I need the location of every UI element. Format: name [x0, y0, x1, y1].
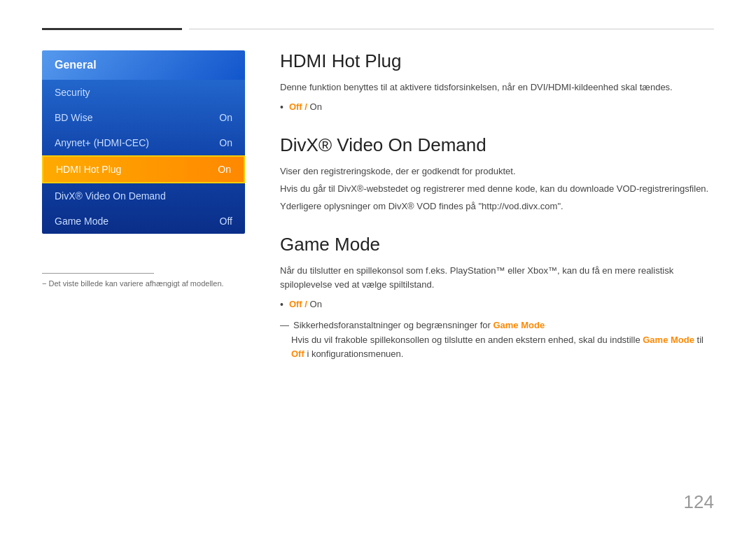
- divx-para-2: Hvis du går til DivX®-webstedet og regis…: [280, 182, 714, 197]
- game-slash: /: [302, 299, 310, 309]
- sidebar-menu: Security BD Wise On Anynet+ (HDMI-CEC) O…: [42, 80, 245, 234]
- game-note-1-text: Sikkerhedsforanstaltninger og begrænsnin…: [293, 318, 545, 332]
- game-off-on: Off / On: [289, 297, 322, 312]
- sidebar-item-anynet[interactable]: Anynet+ (HDMI-CEC) On: [42, 130, 245, 155]
- game-bullet-1: • Off / On: [280, 297, 714, 312]
- divx-para-1: Viser den registreringskode, der er godk…: [280, 164, 714, 179]
- game-off: Off: [289, 299, 302, 309]
- footnote-divider: [42, 273, 154, 274]
- sidebar-item-label: Anynet+ (HDMI-CEC): [55, 137, 149, 148]
- sidebar-header: General: [42, 50, 245, 80]
- sidebar-item-security[interactable]: Security: [42, 80, 245, 105]
- game-note-2: Hvis du vil frakoble spillekonsollen og …: [291, 333, 714, 360]
- sidebar-item-label: HDMI Hot Plug: [56, 164, 121, 175]
- sidebar-item-hdmi-hot-plug[interactable]: HDMI Hot Plug On: [42, 155, 245, 183]
- section-body-divx: Viser den registreringskode, der er godk…: [280, 164, 714, 213]
- game-para-1: Når du tilslutter en spillekonsol som f.…: [280, 264, 714, 293]
- sidebar-item-bd-wise[interactable]: BD Wise On: [42, 105, 245, 130]
- bullet-dot: •: [280, 99, 284, 115]
- footnote-area: − Det viste billede kan variere afhængig…: [42, 273, 245, 288]
- sidebar-item-label: DivX® Video On Demand: [55, 190, 166, 202]
- sidebar-item-label: BD Wise: [55, 112, 92, 123]
- section-body-hdmi-hot-plug: Denne funktion benyttes til at aktivere …: [280, 80, 714, 115]
- sidebar-item-value: Off: [220, 216, 232, 227]
- top-decorative-lines: [42, 28, 714, 30]
- section-divx: DivX® Video On Demand Viser den registre…: [280, 134, 714, 213]
- game-mode-highlight-1: Game Mode: [493, 320, 545, 330]
- game-note-2-text: Hvis du vil frakoble spillekonsollen og …: [291, 333, 714, 360]
- main-content: HDMI Hot Plug Denne funktion benyttes ti…: [280, 50, 714, 380]
- game-on: On: [310, 299, 322, 309]
- page-number: 124: [684, 491, 714, 513]
- game-mode-off-highlight: Off: [291, 349, 304, 359]
- note-dash-1: ―: [280, 318, 289, 332]
- bullet-dot: •: [280, 297, 284, 312]
- hdmi-on: On: [310, 101, 322, 112]
- sidebar-item-value: On: [219, 137, 232, 148]
- sidebar-item-value: On: [218, 164, 231, 175]
- sidebar-item-label: Security: [55, 87, 90, 98]
- section-title-hdmi-hot-plug: HDMI Hot Plug: [280, 50, 714, 72]
- divx-para-3: Yderligere oplysninger om DivX® VOD find…: [280, 199, 714, 214]
- section-body-game-mode: Når du tilslutter en spillekonsol som f.…: [280, 264, 714, 360]
- sidebar: General Security BD Wise On Anynet+ (HDM…: [42, 50, 245, 234]
- hdmi-para-1: Denne funktion benyttes til at aktivere …: [280, 80, 714, 95]
- sidebar-item-divx[interactable]: DivX® Video On Demand: [42, 183, 245, 209]
- hdmi-off: Off: [289, 101, 302, 112]
- sidebar-item-game-mode[interactable]: Game Mode Off: [42, 209, 245, 234]
- top-line-light: [189, 29, 714, 29]
- section-game-mode: Game Mode Når du tilslutter en spillekon…: [280, 234, 714, 360]
- hdmi-off-on: Off / On: [289, 100, 322, 115]
- top-line-dark: [42, 28, 182, 30]
- hdmi-bullet-1: • Off / On: [280, 99, 714, 115]
- game-note-1: ― Sikkerhedsforanstaltninger og begrænsn…: [280, 318, 714, 332]
- game-mode-highlight-2: Game Mode: [643, 335, 694, 345]
- hdmi-slash: /: [302, 101, 310, 112]
- section-title-game-mode: Game Mode: [280, 234, 714, 255]
- sidebar-item-value: On: [219, 112, 232, 123]
- sidebar-item-label: Game Mode: [55, 216, 108, 227]
- footnote-text: − Det viste billede kan variere afhængig…: [42, 279, 245, 288]
- section-hdmi-hot-plug: HDMI Hot Plug Denne funktion benyttes ti…: [280, 50, 714, 115]
- section-title-divx: DivX® Video On Demand: [280, 134, 714, 156]
